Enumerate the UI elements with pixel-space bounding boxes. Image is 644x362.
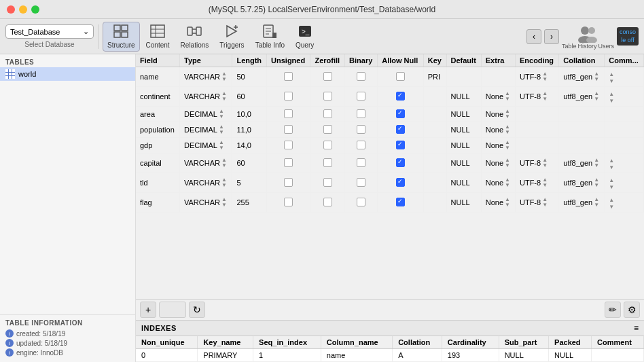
cell-unsigned[interactable] — [267, 87, 310, 107]
cell-binary[interactable] — [345, 153, 378, 173]
cell-zerofill[interactable] — [310, 122, 345, 138]
cell-binary[interactable] — [345, 173, 378, 193]
unsigned-checkbox[interactable] — [284, 158, 293, 167]
cell-binary[interactable] — [345, 193, 378, 213]
binary-checkbox[interactable] — [357, 92, 365, 101]
cell-encoding: UTF-8 ▲▼ — [515, 193, 558, 213]
binary-checkbox[interactable] — [357, 125, 365, 134]
allow-null-checkbox[interactable] — [396, 158, 405, 167]
sidebar-item-world[interactable]: world — [0, 67, 135, 81]
content-btn[interactable]: Content — [141, 22, 175, 52]
unsigned-checkbox[interactable] — [284, 109, 293, 118]
unsigned-checkbox[interactable] — [284, 125, 293, 134]
cell-unsigned[interactable] — [267, 193, 310, 213]
close-button[interactable] — [7, 5, 15, 14]
cell-allow-null[interactable] — [378, 107, 423, 122]
binary-checkbox[interactable] — [357, 198, 365, 206]
cell-binary[interactable] — [345, 138, 378, 153]
cell-binary[interactable] — [345, 122, 378, 138]
table-row[interactable]: nameVARCHAR ▲▼50PRIUTF-8 ▲▼utf8_gen ▲▼▲▼ — [136, 67, 644, 87]
zerofill-checkbox[interactable] — [323, 109, 332, 118]
col-collation: Collation — [559, 54, 605, 67]
cell-allow-null[interactable] — [378, 87, 423, 107]
collapse-indexes-btn[interactable]: ≡ — [634, 323, 639, 333]
add-row-btn[interactable]: + — [140, 302, 156, 318]
cell-allow-null[interactable] — [378, 122, 423, 138]
cell-zerofill[interactable] — [310, 107, 345, 122]
allow-null-checkbox[interactable] — [396, 72, 405, 81]
zerofill-checkbox[interactable] — [323, 92, 332, 101]
zerofill-checkbox[interactable] — [323, 178, 332, 187]
zerofill-checkbox[interactable] — [323, 158, 332, 167]
cell-unsigned[interactable] — [267, 138, 310, 153]
relations-btn[interactable]: Relations — [176, 22, 214, 52]
unsigned-checkbox[interactable] — [284, 72, 293, 81]
idx-col-non-unique: Non_unique — [136, 336, 198, 349]
cell-unsigned[interactable] — [267, 153, 310, 173]
cell-allow-null[interactable] — [378, 67, 423, 87]
cell-zerofill[interactable] — [310, 193, 345, 213]
table-row[interactable]: gdpDECIMAL ▲▼14,0NULLNone ▲▼ — [136, 138, 644, 153]
zerofill-checkbox[interactable] — [323, 141, 332, 149]
cell-unsigned[interactable] — [267, 107, 310, 122]
select-db-label[interactable]: Select Database — [5, 41, 94, 48]
allow-null-checkbox[interactable] — [396, 125, 405, 134]
cell-unsigned[interactable] — [267, 122, 310, 138]
unsigned-checkbox[interactable] — [284, 178, 293, 187]
nav-forward-btn[interactable]: › — [544, 29, 559, 44]
cell-zerofill[interactable] — [310, 138, 345, 153]
cell-zerofill[interactable] — [310, 87, 345, 107]
settings-btn[interactable]: ⚙ — [624, 302, 640, 318]
allow-null-checkbox[interactable] — [396, 109, 405, 118]
query-btn[interactable]: >_ Query — [291, 22, 319, 52]
minimize-button[interactable] — [19, 5, 27, 14]
cell-allow-null[interactable] — [378, 193, 423, 213]
cell-zerofill[interactable] — [310, 153, 345, 173]
cell-zerofill[interactable] — [310, 67, 345, 87]
cell-unsigned[interactable] — [267, 173, 310, 193]
cell-binary[interactable] — [345, 87, 378, 107]
users-btn[interactable]: Table History Users — [562, 24, 614, 50]
binary-checkbox[interactable] — [357, 109, 365, 118]
refresh-btn[interactable]: ↻ — [189, 302, 205, 318]
cell-unsigned[interactable] — [267, 67, 310, 87]
table-row[interactable]: tldVARCHAR ▲▼5NULLNone ▲▼UTF-8 ▲▼utf8_ge… — [136, 173, 644, 193]
cell-binary[interactable] — [345, 67, 378, 87]
allow-null-checkbox[interactable] — [396, 198, 405, 206]
allow-null-checkbox[interactable] — [396, 141, 405, 149]
cell-allow-null[interactable] — [378, 138, 423, 153]
cell-allow-null[interactable] — [378, 173, 423, 193]
unsigned-checkbox[interactable] — [284, 92, 293, 101]
table-row[interactable]: areaDECIMAL ▲▼10,0NULLNone ▲▼ — [136, 107, 644, 122]
unsigned-checkbox[interactable] — [284, 198, 293, 206]
binary-checkbox[interactable] — [357, 158, 365, 167]
structure-btn[interactable]: Structure — [103, 22, 140, 52]
zerofill-checkbox[interactable] — [323, 198, 332, 206]
table-info-btn[interactable]: Table Info — [251, 22, 289, 52]
unsigned-checkbox[interactable] — [284, 141, 293, 149]
nav-back-btn[interactable]: ‹ — [526, 29, 541, 44]
edit-btn[interactable]: ✏ — [605, 302, 621, 318]
binary-checkbox[interactable] — [357, 178, 365, 187]
cell-binary[interactable] — [345, 107, 378, 122]
structure-table-wrap[interactable]: Field Type Length Unsigned Zerofill Bina… — [136, 54, 644, 299]
triggers-btn[interactable]: Triggers — [215, 22, 249, 52]
maximize-button[interactable] — [31, 5, 39, 14]
allow-null-checkbox[interactable] — [396, 178, 405, 187]
indexes-header: INDEXES ≡ — [136, 320, 644, 336]
table-row[interactable]: continentVARCHAR ▲▼60NULLNone ▲▼UTF-8 ▲▼… — [136, 87, 644, 107]
zerofill-checkbox[interactable] — [323, 72, 332, 81]
binary-checkbox[interactable] — [357, 141, 365, 149]
table-row[interactable]: capitalVARCHAR ▲▼60NULLNone ▲▼UTF-8 ▲▼ut… — [136, 153, 644, 173]
cell-zerofill[interactable] — [310, 173, 345, 193]
binary-checkbox[interactable] — [357, 72, 365, 81]
console-btn[interactable]: conso le off — [617, 27, 639, 46]
db-selector[interactable]: Test_Database ⌄ — [5, 24, 94, 39]
idx-col-collation: Collation — [393, 336, 442, 349]
allow-null-checkbox[interactable] — [396, 92, 405, 101]
table-row[interactable]: populationDECIMAL ▲▼11,0NULLNone ▲▼ — [136, 122, 644, 138]
cell-type: DECIMAL ▲▼ — [180, 122, 232, 138]
table-row[interactable]: flagVARCHAR ▲▼255NULLNone ▲▼UTF-8 ▲▼utf8… — [136, 193, 644, 213]
cell-allow-null[interactable] — [378, 153, 423, 173]
zerofill-checkbox[interactable] — [323, 125, 332, 134]
